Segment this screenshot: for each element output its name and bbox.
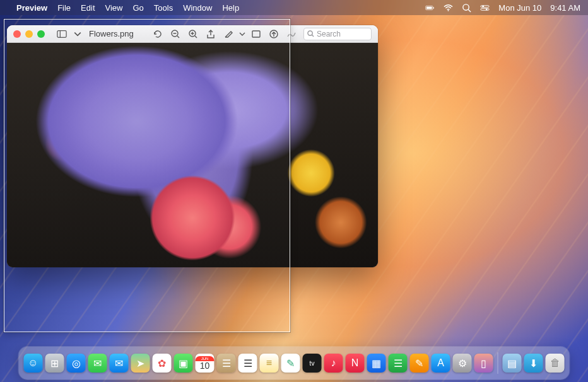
share-button[interactable] — [204, 27, 218, 41]
dock-keynote[interactable]: ▦ — [367, 354, 386, 373]
menubar-app[interactable]: Preview — [16, 3, 47, 13]
menubar-window[interactable]: Window — [183, 3, 212, 13]
svg-point-21 — [308, 31, 312, 35]
dock: ☺⊞◎✉✉➤✿▣JUN10☰☰≡✎tv♪N▦☰✎A⚙▯▤⬇🗑 — [19, 347, 570, 379]
svg-point-8 — [483, 5, 485, 7]
menubar-date[interactable]: Mon Jun 10 — [498, 3, 541, 13]
menubar-tools[interactable]: Tools — [154, 3, 173, 13]
search-icon — [307, 30, 314, 37]
svg-rect-10 — [57, 30, 66, 37]
menubar-edit[interactable]: Edit — [81, 3, 95, 13]
spotlight-icon[interactable] — [462, 3, 471, 13]
minimize-button[interactable] — [25, 30, 33, 38]
dock-maps[interactable]: ➤ — [131, 354, 150, 373]
battery-icon[interactable] — [425, 3, 435, 13]
menubar: Preview File Edit View Go Tools Window H… — [0, 0, 588, 15]
wifi-icon[interactable] — [444, 3, 453, 13]
svg-rect-2 — [433, 7, 434, 9]
dock-news[interactable]: N — [346, 354, 365, 373]
dock-reminders[interactable]: ☰ — [238, 354, 257, 373]
dock-calendar[interactable]: JUN10 — [196, 354, 215, 373]
svg-line-5 — [469, 9, 471, 12]
highlight-button[interactable] — [221, 27, 235, 41]
menubar-help[interactable]: Help — [222, 3, 239, 13]
svg-line-16 — [195, 36, 197, 38]
sign-button[interactable] — [285, 27, 298, 41]
menubar-view[interactable]: View — [105, 3, 123, 13]
svg-point-3 — [448, 9, 449, 11]
dock-safari[interactable]: ◎ — [67, 354, 86, 373]
dock-mail[interactable]: ✉ — [110, 354, 129, 373]
view-menu-button[interactable] — [74, 27, 81, 41]
rotate-button[interactable] — [151, 27, 165, 41]
sidebar-toggle-button[interactable] — [55, 27, 69, 41]
svg-rect-1 — [426, 6, 432, 9]
titlebar[interactable]: Flowers.png — [7, 25, 378, 43]
dock-iphone-mirror[interactable]: ▯ — [474, 354, 493, 373]
search-field[interactable]: Search — [303, 28, 372, 40]
svg-point-9 — [486, 8, 488, 10]
dock-preview-doc[interactable]: ▤ — [503, 354, 522, 373]
dock-launchpad[interactable]: ⊞ — [45, 354, 64, 373]
dock-numbers[interactable]: ☰ — [389, 354, 408, 373]
dock-photos[interactable]: ✿ — [153, 354, 172, 373]
svg-point-4 — [463, 4, 469, 9]
dock-notes[interactable]: ≡ — [260, 354, 279, 373]
preview-window: Flowers.png — [7, 25, 378, 267]
search-placeholder: Search — [317, 30, 341, 38]
dock-trash[interactable]: 🗑 — [546, 354, 565, 373]
dock-messages[interactable]: ✉ — [88, 354, 107, 373]
dock-finder[interactable]: ☺ — [24, 354, 43, 373]
maximize-button[interactable] — [37, 30, 45, 38]
svg-rect-6 — [481, 5, 489, 7]
dock-pages[interactable]: ✎ — [410, 354, 429, 373]
dock-contacts[interactable]: ☰ — [217, 354, 236, 373]
dock-separator — [498, 352, 498, 374]
svg-line-13 — [177, 36, 179, 38]
highlight-menu-button[interactable] — [239, 27, 245, 41]
markup-button[interactable] — [267, 27, 281, 41]
close-button[interactable] — [13, 30, 21, 38]
menubar-file[interactable]: File — [57, 3, 71, 13]
dock-settings[interactable]: ⚙ — [453, 354, 472, 373]
svg-line-22 — [312, 35, 314, 37]
dock-tv[interactable]: tv — [303, 354, 322, 373]
svg-rect-7 — [481, 8, 489, 10]
menubar-go[interactable]: Go — [132, 3, 143, 13]
dock-facetime[interactable]: ▣ — [174, 354, 193, 373]
control-center-icon[interactable] — [480, 3, 490, 13]
document-title: Flowers.png — [89, 29, 134, 38]
dock-freeform[interactable]: ✎ — [281, 354, 300, 373]
flowers-photo — [7, 43, 378, 267]
rectangle-tool-button[interactable] — [249, 27, 263, 41]
zoom-out-button[interactable] — [168, 27, 182, 41]
image-content[interactable] — [7, 43, 378, 267]
dock-downloads[interactable]: ⬇ — [524, 354, 543, 373]
window-controls — [13, 30, 45, 38]
zoom-in-button[interactable] — [186, 27, 200, 41]
dock-appstore[interactable]: A — [432, 354, 450, 373]
menubar-time[interactable]: 9:41 AM — [550, 3, 580, 13]
dock-music[interactable]: ♪ — [324, 354, 343, 373]
svg-rect-19 — [252, 31, 260, 37]
